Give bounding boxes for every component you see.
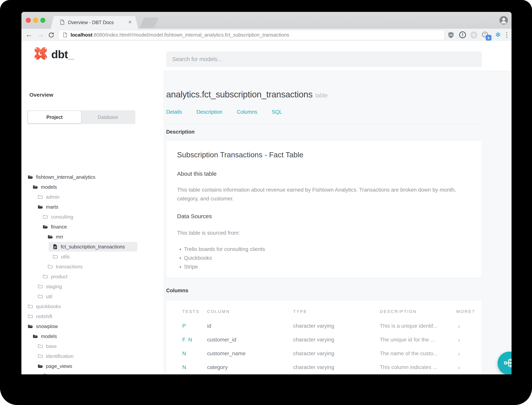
tree-item-label: snowplow — [36, 321, 58, 331]
table-row-customer_name[interactable]: Ncustomer_namecharacter varyingThe name … — [166, 347, 482, 360]
tree-item-models[interactable]: models — [21, 331, 164, 341]
table-row-category[interactable]: Ncategorycharacter varyingThis column in… — [166, 360, 482, 374]
file-icon — [42, 373, 48, 374]
folder-icon — [38, 194, 43, 200]
table-row-id[interactable]: Pidcharacter varyingThis is a unique ide… — [166, 319, 482, 333]
browser-tab-strip: Overview - DBT Docs × — [21, 12, 512, 29]
tab-columns[interactable]: Columns — [237, 109, 257, 115]
tree-item-label: admin — [46, 192, 59, 202]
tree-item-label: models — [41, 331, 57, 341]
tree-item-quickbooks[interactable]: quickbooks — [21, 301, 164, 311]
folder-icon — [38, 353, 43, 359]
table-row-date_month[interactable]: Ndate_monthdateThis column indicates ...… — [166, 374, 482, 374]
tab-sql[interactable]: SQL — [272, 109, 282, 115]
columns-card: TESTSCOLUMNTYPEDESCRIPTIONMORE? Pidchara… — [166, 300, 482, 374]
onepassword-extension-icon[interactable] — [459, 31, 466, 39]
search-input[interactable] — [166, 51, 482, 67]
table-row-customer_id[interactable]: F Ncustomer_idcharacter varyingThe uniqu… — [166, 333, 482, 347]
page-icon — [62, 32, 68, 38]
tree-item-page_views[interactable]: page_views — [21, 361, 164, 371]
column-cell: customer_name — [207, 347, 293, 360]
folder-open-icon — [33, 333, 38, 339]
back-button[interactable]: ← — [25, 29, 34, 41]
tree-item-models[interactable]: models — [21, 182, 164, 192]
browser-menu-icon[interactable]: ⋮ — [503, 29, 511, 41]
file-icon — [53, 244, 58, 250]
chevron-right-icon[interactable]: › — [456, 360, 482, 374]
description-section-label: Description — [166, 129, 195, 135]
forward-button[interactable]: → — [36, 29, 45, 41]
folder-open-icon — [38, 204, 43, 210]
doc-sources-list: Trello boards for consulting clientsQuic… — [177, 245, 265, 271]
minimize-button[interactable] — [33, 18, 38, 23]
tree-item-snowplow[interactable]: snowplow — [21, 321, 164, 331]
tree-item-label: snowplow_page_views — [51, 371, 102, 374]
file-tree: fishtown_internal_analyticsmodelsadminma… — [21, 71, 164, 374]
tree-item-label: product — [51, 272, 67, 282]
chevron-right-icon[interactable]: › — [456, 347, 482, 360]
tab-details[interactable]: Details — [166, 109, 182, 115]
tree-item-label: mrr — [56, 232, 63, 242]
new-tab-button[interactable] — [140, 18, 159, 28]
tree-item-finance[interactable]: finance — [21, 222, 164, 232]
tree-item-label: redshift — [36, 311, 52, 321]
folder-open-icon — [47, 234, 53, 240]
tab-close-icon[interactable]: × — [128, 16, 132, 29]
tree-item-redshift[interactable]: redshift — [21, 311, 164, 321]
tree-item-label: consulting — [51, 212, 73, 222]
tree-item-fishtown_internal_analytics[interactable]: fishtown_internal_analytics — [21, 172, 164, 182]
tab-description[interactable]: Description — [197, 109, 222, 115]
tree-item-utils[interactable]: utils — [21, 252, 164, 262]
tree-item-fct_subscription_transactions[interactable]: fct_subscription_transactions — [21, 242, 164, 252]
tree-item-staging[interactable]: staging — [21, 282, 164, 291]
profile-avatar[interactable] — [499, 16, 508, 25]
columns-table-header: TESTSCOLUMNTYPEDESCRIPTIONMORE? — [166, 309, 482, 314]
tests-cell: N — [182, 360, 207, 374]
folder-icon — [27, 313, 33, 319]
model-search-bar[interactable] — [166, 51, 482, 67]
column-header-more: MORE? — [456, 309, 482, 314]
ublock-extension-icon[interactable]: uO — [447, 31, 454, 39]
screenshot-frame: Overview - DBT Docs × ← → localhost:8080… — [0, 0, 532, 405]
tree-item-mrr[interactable]: mrr — [21, 232, 164, 242]
folder-open-icon — [38, 363, 43, 369]
power-extension-icon[interactable]: x — [481, 31, 490, 40]
browser-tab[interactable]: Overview - DBT Docs × — [51, 16, 138, 29]
tree-item-snowplow_page_views[interactable]: snowplow_page_views — [21, 371, 164, 374]
divider — [166, 124, 482, 124]
url-bar[interactable]: localhost:8080/index.html#!/model/model.… — [59, 30, 444, 40]
folder-icon — [38, 284, 43, 289]
tree-item-marts[interactable]: marts — [21, 202, 164, 212]
column-header-description: DESCRIPTION — [380, 309, 456, 314]
tree-item-consulting[interactable]: consulting — [21, 212, 164, 222]
reload-button[interactable] — [48, 32, 55, 39]
tree-item-identification[interactable]: identification — [21, 351, 164, 361]
description-cell: This column indicates ... — [380, 374, 456, 374]
column-cell: id — [207, 319, 293, 333]
tree-item-label: util — [46, 291, 52, 301]
folder-open-icon — [27, 174, 33, 180]
tests-cell: N — [182, 374, 207, 374]
lineage-graph-icon — [503, 357, 512, 370]
close-button[interactable] — [26, 18, 31, 23]
dbt-logo-icon[interactable] — [33, 45, 49, 62]
folder-icon — [42, 214, 48, 220]
tree-item-label: quickbooks — [36, 301, 61, 311]
tree-item-base[interactable]: base — [21, 341, 164, 351]
page-title: analytics.fct_subscription_transactionst… — [166, 89, 328, 100]
zoom-button[interactable] — [40, 18, 45, 23]
dbt-logo-wordmark[interactable]: dbt_ — [51, 41, 74, 68]
columns-section-label: Columns — [166, 288, 188, 294]
tree-item-product[interactable]: product — [21, 272, 164, 282]
app-header: dbt_ — [21, 41, 512, 71]
source-list-item: Quickbooks — [184, 254, 265, 263]
tree-item-util[interactable]: util — [21, 291, 164, 301]
disabled-extension-icon[interactable] — [470, 32, 477, 39]
chevron-right-icon[interactable]: › — [456, 333, 482, 347]
snowflake-extension-icon[interactable]: ❄ — [493, 29, 503, 41]
chevron-right-icon[interactable]: › — [456, 374, 482, 374]
tree-item-admin[interactable]: admin — [21, 192, 164, 202]
folder-icon — [53, 254, 58, 260]
tree-item-transactions[interactable]: transactions — [21, 262, 164, 272]
chevron-right-icon[interactable]: › — [456, 319, 482, 333]
